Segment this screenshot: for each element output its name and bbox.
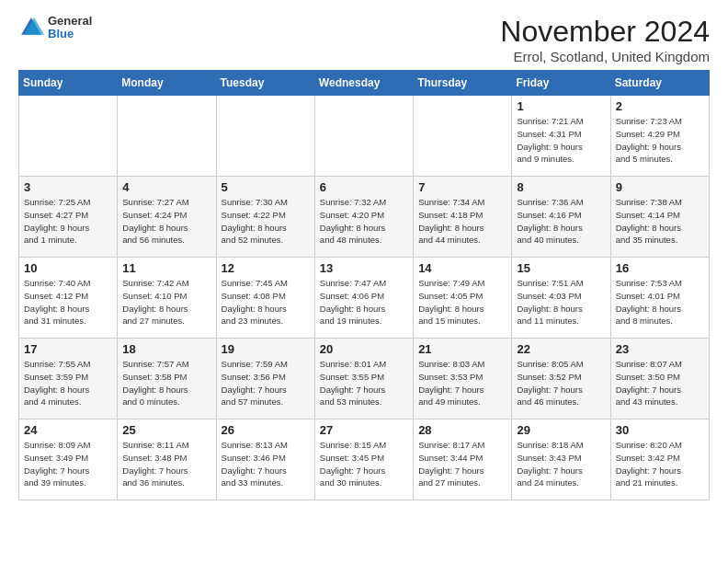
day-number: 13 [320, 261, 408, 275]
week-row-3: 10Sunrise: 7:40 AMSunset: 4:12 PMDayligh… [19, 258, 710, 339]
day-cell-30: 30Sunrise: 8:20 AMSunset: 3:42 PMDayligh… [610, 419, 709, 500]
day-number: 5 [222, 180, 310, 194]
day-number: 12 [222, 261, 310, 275]
day-number: 19 [222, 342, 310, 356]
day-cell-29: 29Sunrise: 8:18 AMSunset: 3:43 PMDayligh… [512, 419, 610, 500]
day-info: Sunrise: 7:30 AMSunset: 4:22 PMDaylight:… [222, 196, 310, 247]
day-cell-2: 2Sunrise: 7:23 AMSunset: 4:29 PMDaylight… [610, 96, 709, 177]
day-info: Sunrise: 8:17 AMSunset: 3:44 PMDaylight:… [418, 439, 506, 489]
day-number: 25 [122, 423, 210, 437]
day-cell-empty-0-3 [314, 96, 413, 177]
day-info: Sunrise: 7:36 AMSunset: 4:16 PMDaylight:… [517, 196, 605, 247]
day-info: Sunrise: 7:45 AMSunset: 4:08 PMDaylight:… [222, 277, 310, 327]
day-number: 15 [517, 261, 605, 275]
day-info: Sunrise: 8:11 AMSunset: 3:48 PMDaylight:… [122, 439, 210, 489]
day-info: Sunrise: 8:07 AMSunset: 3:50 PMDaylight:… [616, 358, 704, 408]
day-number: 23 [616, 342, 704, 356]
day-cell-empty-0-1 [118, 96, 216, 177]
day-info: Sunrise: 8:03 AMSunset: 3:53 PMDaylight:… [418, 358, 506, 408]
day-info: Sunrise: 7:57 AMSunset: 3:58 PMDaylight:… [122, 358, 210, 408]
day-number: 7 [418, 180, 506, 194]
day-cell-10: 10Sunrise: 7:40 AMSunset: 4:12 PMDayligh… [19, 258, 118, 339]
day-number: 30 [616, 423, 704, 437]
day-number: 14 [418, 261, 506, 275]
day-cell-24: 24Sunrise: 8:09 AMSunset: 3:49 PMDayligh… [19, 419, 118, 500]
day-number: 10 [24, 261, 112, 275]
day-cell-1: 1Sunrise: 7:21 AMSunset: 4:31 PMDaylight… [512, 96, 610, 177]
day-cell-14: 14Sunrise: 7:49 AMSunset: 4:05 PMDayligh… [414, 258, 512, 339]
header-cell-monday: Monday [118, 71, 216, 96]
day-number: 2 [616, 99, 704, 113]
day-cell-13: 13Sunrise: 7:47 AMSunset: 4:06 PMDayligh… [314, 258, 413, 339]
day-info: Sunrise: 7:21 AMSunset: 4:31 PMDaylight:… [517, 115, 605, 166]
day-number: 6 [320, 180, 408, 194]
month-title: November 2024 [500, 15, 710, 49]
logo: General Blue [18, 15, 92, 41]
day-cell-empty-0-4 [414, 96, 512, 177]
week-row-1: 1Sunrise: 7:21 AMSunset: 4:31 PMDaylight… [19, 96, 710, 177]
day-info: Sunrise: 7:51 AMSunset: 4:03 PMDaylight:… [517, 277, 605, 327]
day-info: Sunrise: 7:55 AMSunset: 3:59 PMDaylight:… [24, 358, 112, 408]
day-cell-4: 4Sunrise: 7:27 AMSunset: 4:24 PMDaylight… [118, 177, 216, 258]
day-info: Sunrise: 7:42 AMSunset: 4:10 PMDaylight:… [122, 277, 210, 327]
logo-blue: Blue [48, 28, 92, 40]
header-cell-thursday: Thursday [414, 71, 512, 96]
day-cell-15: 15Sunrise: 7:51 AMSunset: 4:03 PMDayligh… [512, 258, 610, 339]
day-info: Sunrise: 8:18 AMSunset: 3:43 PMDaylight:… [517, 439, 605, 489]
day-number: 11 [122, 261, 210, 275]
day-info: Sunrise: 7:38 AMSunset: 4:14 PMDaylight:… [616, 196, 704, 247]
logo-text: General Blue [48, 15, 92, 41]
day-info: Sunrise: 7:25 AMSunset: 4:27 PMDaylight:… [24, 196, 112, 247]
day-number: 22 [517, 342, 605, 356]
day-number: 18 [122, 342, 210, 356]
day-cell-16: 16Sunrise: 7:53 AMSunset: 4:01 PMDayligh… [610, 258, 709, 339]
day-cell-5: 5Sunrise: 7:30 AMSunset: 4:22 PMDaylight… [216, 177, 314, 258]
day-cell-18: 18Sunrise: 7:57 AMSunset: 3:58 PMDayligh… [118, 339, 216, 419]
day-cell-3: 3Sunrise: 7:25 AMSunset: 4:27 PMDaylight… [19, 177, 118, 258]
day-cell-20: 20Sunrise: 8:01 AMSunset: 3:55 PMDayligh… [314, 339, 413, 419]
week-row-4: 17Sunrise: 7:55 AMSunset: 3:59 PMDayligh… [19, 339, 710, 419]
day-number: 24 [24, 423, 112, 437]
day-info: Sunrise: 8:01 AMSunset: 3:55 PMDaylight:… [320, 358, 408, 408]
week-row-2: 3Sunrise: 7:25 AMSunset: 4:27 PMDaylight… [19, 177, 710, 258]
day-cell-17: 17Sunrise: 7:55 AMSunset: 3:59 PMDayligh… [19, 339, 118, 419]
day-number: 20 [320, 342, 408, 356]
logo-general: General [48, 15, 92, 28]
day-cell-22: 22Sunrise: 8:05 AMSunset: 3:52 PMDayligh… [512, 339, 610, 419]
day-info: Sunrise: 7:53 AMSunset: 4:01 PMDaylight:… [616, 277, 704, 327]
day-cell-11: 11Sunrise: 7:42 AMSunset: 4:10 PMDayligh… [118, 258, 216, 339]
header-cell-friday: Friday [512, 71, 610, 96]
day-cell-19: 19Sunrise: 7:59 AMSunset: 3:56 PMDayligh… [216, 339, 314, 419]
day-cell-25: 25Sunrise: 8:11 AMSunset: 3:48 PMDayligh… [118, 419, 216, 500]
day-info: Sunrise: 8:20 AMSunset: 3:42 PMDaylight:… [616, 439, 704, 489]
day-info: Sunrise: 8:13 AMSunset: 3:46 PMDaylight:… [222, 439, 310, 489]
day-cell-28: 28Sunrise: 8:17 AMSunset: 3:44 PMDayligh… [414, 419, 512, 500]
header-row: SundayMondayTuesdayWednesdayThursdayFrid… [19, 71, 710, 96]
day-info: Sunrise: 7:47 AMSunset: 4:06 PMDaylight:… [320, 277, 408, 327]
week-row-5: 24Sunrise: 8:09 AMSunset: 3:49 PMDayligh… [19, 419, 710, 500]
day-cell-26: 26Sunrise: 8:13 AMSunset: 3:46 PMDayligh… [216, 419, 314, 500]
logo-icon [18, 15, 44, 40]
calendar-table: SundayMondayTuesdayWednesdayThursdayFrid… [18, 70, 710, 500]
day-info: Sunrise: 7:49 AMSunset: 4:05 PMDaylight:… [418, 277, 506, 327]
page: General Blue November 2024 Errol, Scotla… [0, 0, 728, 515]
day-info: Sunrise: 7:34 AMSunset: 4:18 PMDaylight:… [418, 196, 506, 247]
location: Errol, Scotland, United Kingdom [500, 49, 710, 64]
day-cell-empty-0-0 [19, 96, 118, 177]
day-cell-6: 6Sunrise: 7:32 AMSunset: 4:20 PMDaylight… [314, 177, 413, 258]
day-info: Sunrise: 8:15 AMSunset: 3:45 PMDaylight:… [320, 439, 408, 489]
header-cell-sunday: Sunday [19, 71, 118, 96]
day-cell-12: 12Sunrise: 7:45 AMSunset: 4:08 PMDayligh… [216, 258, 314, 339]
day-cell-7: 7Sunrise: 7:34 AMSunset: 4:18 PMDaylight… [414, 177, 512, 258]
day-cell-21: 21Sunrise: 8:03 AMSunset: 3:53 PMDayligh… [414, 339, 512, 419]
day-info: Sunrise: 8:05 AMSunset: 3:52 PMDaylight:… [517, 358, 605, 408]
day-number: 21 [418, 342, 506, 356]
day-number: 29 [517, 423, 605, 437]
day-cell-23: 23Sunrise: 8:07 AMSunset: 3:50 PMDayligh… [610, 339, 709, 419]
day-info: Sunrise: 8:09 AMSunset: 3:49 PMDaylight:… [24, 439, 112, 489]
day-cell-8: 8Sunrise: 7:36 AMSunset: 4:16 PMDaylight… [512, 177, 610, 258]
day-cell-9: 9Sunrise: 7:38 AMSunset: 4:14 PMDaylight… [610, 177, 709, 258]
day-number: 27 [320, 423, 408, 437]
day-info: Sunrise: 7:27 AMSunset: 4:24 PMDaylight:… [122, 196, 210, 247]
day-number: 4 [122, 180, 210, 194]
